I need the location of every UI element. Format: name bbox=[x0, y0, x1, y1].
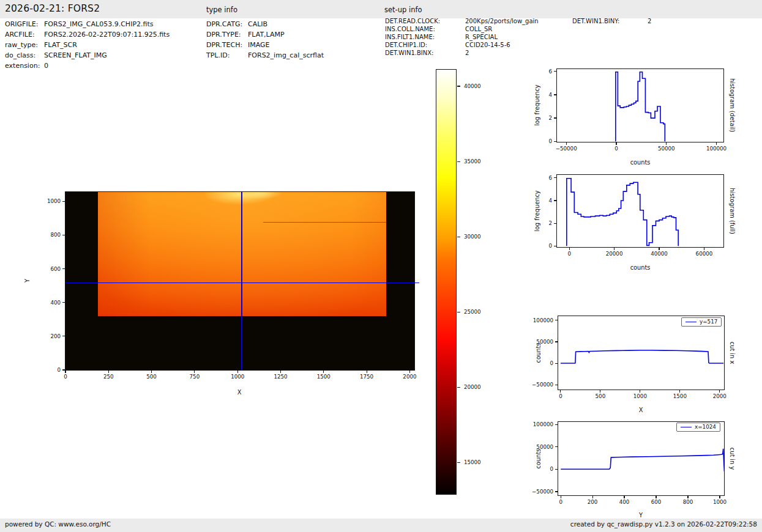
info-value: IMAGE bbox=[248, 40, 270, 50]
y-tick-mark bbox=[554, 71, 556, 72]
x-tick-mark bbox=[600, 390, 600, 393]
y-tick-label: 0 bbox=[524, 138, 552, 144]
x-tick-mark bbox=[616, 142, 616, 145]
y-tick-label: 100000 bbox=[525, 317, 553, 323]
crosshair-horizontal-line bbox=[65, 283, 419, 283]
y-tick-label: 50000 bbox=[525, 444, 553, 450]
x-tick-label: 250 bbox=[103, 374, 114, 380]
colorbar-tick-label: 20000 bbox=[464, 384, 492, 390]
page-title: 2026-02-21: FORS2 bbox=[5, 3, 100, 14]
x-tick-mark bbox=[624, 496, 624, 498]
info-label: extension: bbox=[5, 61, 44, 71]
hist-full-xaxis-label: counts bbox=[630, 264, 651, 271]
y-tick-mark bbox=[554, 94, 556, 95]
x-tick-mark bbox=[237, 371, 238, 373]
y-tick-label: 200 bbox=[32, 333, 61, 339]
y-tick-label: 2 bbox=[524, 115, 552, 121]
x-tick-label: 800 bbox=[683, 499, 693, 505]
colorbar-tick-mark bbox=[457, 161, 460, 162]
x-tick-label: 500 bbox=[596, 393, 606, 399]
y-tick-mark bbox=[555, 363, 558, 364]
x-tick-mark bbox=[280, 371, 281, 373]
detector-artifact-line bbox=[263, 222, 386, 223]
y-tick-label: 600 bbox=[32, 266, 61, 272]
colorbar-tick-label: 25000 bbox=[464, 309, 492, 315]
y-tick-mark bbox=[555, 424, 558, 425]
info-label: ARCFILE: bbox=[5, 29, 44, 40]
x-tick-mark bbox=[194, 371, 195, 373]
cut-x-legend: y=517 bbox=[681, 317, 722, 327]
x-tick-label: 50000 bbox=[658, 146, 675, 152]
info-value: FLAT,LAMP bbox=[248, 29, 285, 40]
info-label: DET.CHIP1.ID: bbox=[385, 42, 465, 50]
info-value: CCID20-14-5-6 bbox=[465, 42, 510, 50]
info-value: CALIB bbox=[248, 19, 267, 29]
x-tick-label: 1750 bbox=[360, 374, 373, 380]
colorbar bbox=[436, 69, 457, 495]
y-tick-mark bbox=[555, 385, 558, 385]
x-tick-mark bbox=[151, 371, 152, 373]
info-value: 0 bbox=[44, 61, 48, 71]
y-tick-mark bbox=[555, 469, 558, 470]
qc-report-page: 2026-02-21: FORS2 type info set-up info … bbox=[0, 0, 762, 532]
x-tick-label: 0 bbox=[559, 393, 562, 399]
setup-info-block-2: DET.WIN1.BINY:2 bbox=[572, 18, 651, 26]
setup-info-heading: set-up info bbox=[384, 6, 422, 14]
x-tick-label: 60000 bbox=[696, 251, 713, 257]
y-tick-mark bbox=[554, 117, 556, 118]
y-tick-label: 100000 bbox=[525, 421, 553, 427]
colorbar-tick-mark bbox=[457, 237, 460, 237]
info-value: 200Kps/2ports/low_gain bbox=[465, 18, 539, 26]
info-value: FORS2_IMG_CAL053.9.CHIP2.fits bbox=[44, 19, 154, 29]
x-tick-label: 40000 bbox=[651, 251, 668, 257]
y-tick-label: 400 bbox=[32, 300, 61, 306]
x-tick-label: 500 bbox=[146, 374, 157, 380]
y-tick-label: −50000 bbox=[525, 382, 553, 388]
x-tick-label: 200 bbox=[588, 499, 598, 505]
x-tick-label: 2000 bbox=[713, 393, 727, 399]
y-tick-mark bbox=[555, 491, 558, 492]
y-tick-label: 2 bbox=[524, 220, 552, 226]
x-tick-label: 1500 bbox=[317, 374, 331, 380]
cut-in-x-plot bbox=[558, 316, 725, 390]
data-line-svg bbox=[557, 175, 723, 247]
y-tick-mark bbox=[62, 336, 65, 336]
y-tick-label: 0 bbox=[524, 243, 552, 249]
x-tick-label: 1500 bbox=[673, 393, 687, 399]
x-tick-mark bbox=[640, 390, 640, 393]
main-xaxis-label: X bbox=[237, 389, 242, 396]
y-tick-label: 4 bbox=[524, 92, 552, 98]
y-tick-label: 50000 bbox=[525, 339, 553, 345]
data-line-svg bbox=[558, 422, 724, 495]
x-tick-label: 20000 bbox=[606, 251, 623, 257]
cut-y-legend: x=1024 bbox=[676, 423, 720, 432]
x-tick-mark bbox=[409, 371, 410, 373]
hist-detail-xaxis-label: counts bbox=[630, 159, 651, 166]
info-row: INS.FILT1.NAME:R_SPECIAL bbox=[385, 34, 539, 42]
y-tick-mark bbox=[554, 141, 556, 142]
info-row: DET.WIN1.BINY:2 bbox=[572, 18, 651, 26]
info-label: DPR.CATG: bbox=[206, 19, 248, 29]
x-tick-mark bbox=[561, 496, 561, 498]
x-tick-mark bbox=[65, 371, 65, 373]
x-tick-label: 1000 bbox=[231, 374, 244, 380]
x-tick-mark bbox=[679, 390, 680, 393]
legend-line-sample bbox=[681, 427, 692, 427]
info-row: TPL.ID:FORS2_img_cal_scrflat bbox=[206, 50, 324, 61]
cut-x-xaxis-label: X bbox=[639, 407, 643, 413]
info-row: DET.CHIP1.ID:CCID20-14-5-6 bbox=[385, 42, 539, 50]
info-label: DET.WIN1.BINX: bbox=[385, 50, 465, 57]
info-row: extension:0 bbox=[5, 61, 170, 71]
data-line-svg bbox=[557, 69, 723, 142]
y-tick-label: 0 bbox=[32, 367, 61, 373]
x-tick-label: 100000 bbox=[706, 146, 727, 152]
x-tick-label: 1000 bbox=[633, 393, 647, 399]
x-tick-label: 1000 bbox=[713, 499, 727, 505]
y-tick-mark bbox=[62, 235, 65, 235]
info-row: DPR.TYPE:FLAT,LAMP bbox=[206, 29, 324, 40]
info-row: ARCFILE:FORS2.2026-02-22T09:07:11.925.fi… bbox=[5, 29, 170, 40]
x-tick-mark bbox=[687, 496, 688, 498]
y-tick-label: 800 bbox=[32, 232, 61, 238]
setup-info-block: DET.READ.CLOCK:200Kps/2ports/low_gainINS… bbox=[385, 18, 539, 57]
data-line-svg bbox=[558, 316, 724, 390]
